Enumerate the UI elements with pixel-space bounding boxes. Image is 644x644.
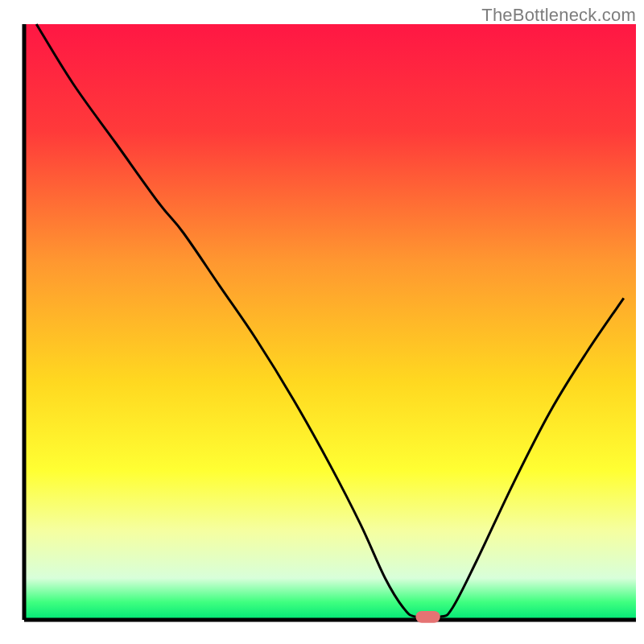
bottleneck-chart: TheBottleneck.com — [0, 0, 644, 644]
chart-svg — [0, 0, 644, 644]
watermark-text: TheBottleneck.com — [481, 5, 636, 26]
plot-background — [24, 24, 636, 620]
optimal-marker — [415, 611, 440, 623]
